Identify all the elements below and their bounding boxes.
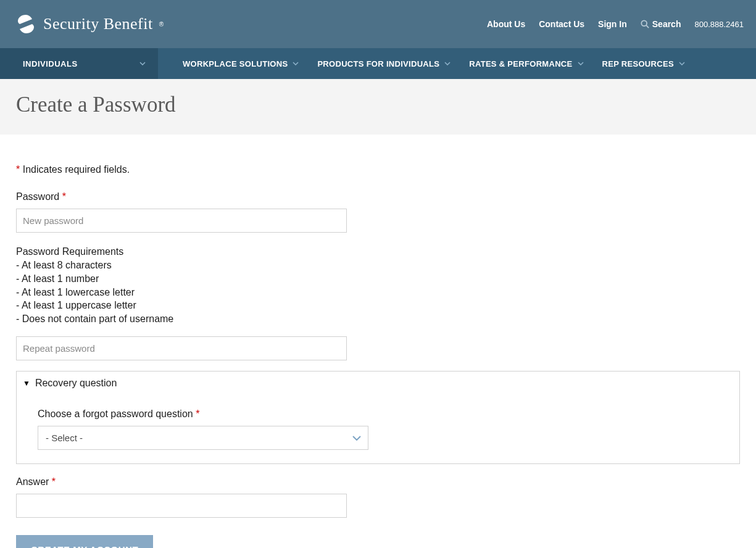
nav-rep-resources[interactable]: REP RESOURCES [602,59,685,68]
registered-mark: ® [159,21,164,28]
password-requirements: Password Requirements - At least 8 chara… [16,245,740,325]
chevron-down-icon [293,62,299,65]
nav-label: PRODUCTS FOR INDIVIDUALS [317,59,439,68]
question-label: Choose a forgot password question * [38,409,725,420]
svg-line-1 [646,25,649,28]
nav-individuals-label: INDIVIDUALS [23,59,78,68]
requirement-line: - At least 1 number [16,272,740,286]
about-us-link[interactable]: About Us [487,19,525,29]
password-label-text: Password [16,191,59,202]
search-icon [641,20,649,28]
answer-label-text: Answer [16,476,49,487]
answer-section: Answer * [16,476,740,518]
requirement-line: - At least 1 uppercase letter [16,299,740,312]
nav-label: RATES & PERFORMANCE [469,59,572,68]
question-select[interactable]: - Select - [38,426,368,450]
nav-individuals-dropdown[interactable]: INDIVIDUALS [0,48,158,79]
answer-input[interactable] [16,494,347,518]
requirement-line: - At least 1 lowercase letter [16,286,740,299]
search-label: Search [652,19,681,29]
required-note-text: Indicates required fields. [23,164,130,175]
nav-label: REP RESOURCES [602,59,674,68]
page-title-section: Create a Password [0,79,756,135]
search-button[interactable]: Search [641,19,681,29]
form-content: * Indicates required fields. Password * … [0,135,756,548]
chevron-down-icon [679,62,685,65]
logo-icon [15,13,37,35]
recovery-question-section: ▼ Recovery question Choose a forgot pass… [16,371,740,464]
question-select-wrap: - Select - [38,426,368,450]
create-account-button[interactable]: CREATE MY ACCOUNT [16,535,153,548]
select-value: - Select - [46,433,83,443]
header-links: About Us Contact Us Sign In Search 800.8… [487,19,744,29]
nav-label: WORKPLACE SOLUTIONS [183,59,288,68]
nav-products-individuals[interactable]: PRODUCTS FOR INDIVIDUALS [317,59,451,68]
requirement-line: - At least 8 characters [16,259,740,272]
sign-in-link[interactable]: Sign In [598,19,627,29]
header-top: Security Benefit ® About Us Contact Us S… [0,0,756,48]
required-note: * Indicates required fields. [16,164,740,175]
nav-workplace-solutions[interactable]: WORKPLACE SOLUTIONS [183,59,299,68]
brand-name: Security Benefit [43,15,153,33]
question-label-text: Choose a forgot password question [38,409,193,419]
page-title: Create a Password [16,93,740,117]
contact-us-link[interactable]: Contact Us [539,19,584,29]
answer-label: Answer * [16,476,740,488]
recovery-disclosure-toggle[interactable]: ▼ Recovery question [23,378,725,389]
recovery-inner: Choose a forgot password question * - Se… [23,409,725,450]
disclosure-triangle-icon: ▼ [23,379,30,388]
password-input[interactable] [16,209,347,233]
chevron-down-icon [444,62,451,65]
chevron-down-icon [139,62,146,65]
brand-logo[interactable]: Security Benefit ® [15,13,164,35]
recovery-title: Recovery question [35,378,117,389]
svg-point-0 [641,20,647,26]
password-label: Password * [16,191,740,202]
nav-items: WORKPLACE SOLUTIONS PRODUCTS FOR INDIVID… [158,48,685,79]
requirement-line: - Does not contain part of username [16,312,740,326]
repeat-password-input[interactable] [16,336,347,360]
chevron-down-icon [578,62,584,65]
nav-rates-performance[interactable]: RATES & PERFORMANCE [469,59,583,68]
requirements-title: Password Requirements [16,245,740,259]
phone-number: 800.888.2461 [694,20,744,29]
main-nav: INDIVIDUALS WORKPLACE SOLUTIONS PRODUCTS… [0,48,756,79]
